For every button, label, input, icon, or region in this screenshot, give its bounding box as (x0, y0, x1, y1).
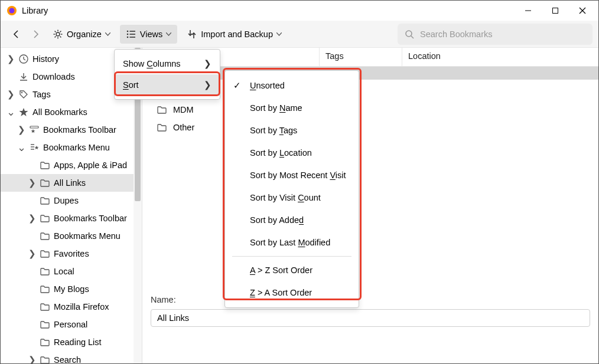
views-label: Views (140, 29, 162, 39)
svg-point-24 (21, 92, 22, 93)
sort-menu-item[interactable]: Sort by Last Modified (225, 231, 359, 254)
search-icon (405, 29, 414, 39)
twisty-icon[interactable]: ❯ (6, 54, 15, 64)
views-button[interactable]: Views (120, 25, 177, 44)
tree-item[interactable]: Reading List (1, 333, 142, 351)
twisty-icon[interactable]: ❯ (28, 355, 36, 363)
svg-line-13 (55, 36, 56, 37)
sort-menu-item[interactable]: Sort by Added (225, 209, 359, 231)
tree-item[interactable]: ❯All Links (1, 174, 142, 192)
sort-menu-item[interactable]: ✓Unsorted (225, 74, 359, 97)
tree-item[interactable]: ❯Search (1, 351, 142, 363)
folder-icon (40, 319, 50, 330)
sort-menu-item[interactable]: Sort by Location (225, 142, 359, 164)
tree-item-label: Favorites (54, 249, 89, 258)
search-input[interactable] (420, 29, 585, 39)
sort-menu-label: Sort by Tags (250, 126, 297, 135)
twisty-icon[interactable]: ❯ (28, 214, 36, 223)
svg-line-22 (411, 36, 414, 38)
folder-icon (157, 104, 167, 115)
twisty-icon[interactable]: ⌄ (17, 144, 25, 151)
svg-point-17 (127, 36, 129, 38)
tree-item-label: Bookmarks Toolbar (54, 214, 127, 223)
twisty-icon[interactable]: ❯ (28, 249, 36, 258)
folder-icon (40, 266, 50, 277)
sort-order-item[interactable]: Z > A Sort Order (225, 281, 359, 304)
toolbar: Organize Views Import and Backup (1, 21, 598, 48)
tree-item[interactable]: Personal (1, 316, 142, 333)
content-folder-row[interactable]: Local (157, 83, 598, 101)
folder-icon (40, 160, 50, 170)
tree-item[interactable]: ❯Bookmarks Toolbar (1, 209, 142, 227)
clock-icon (18, 54, 29, 64)
column-header-location[interactable]: Location (402, 48, 598, 66)
tree-item[interactable]: ❯Bookmarks Toolbar (1, 121, 142, 139)
window-minimize-button[interactable] (515, 2, 542, 19)
name-field-label: Name: (151, 295, 176, 304)
folder-label: MDM (173, 105, 194, 114)
sort-menu-label: Z > A Sort Order (250, 288, 312, 297)
tree-item-label: Reading List (54, 337, 102, 347)
sort-menu-label: Unsorted (250, 81, 285, 90)
twisty-icon[interactable]: ❯ (17, 125, 25, 135)
sort-menu-label: Sort by Name (250, 103, 302, 113)
content-folder-row[interactable]: MDM (157, 101, 598, 119)
tree-item[interactable]: Dupes (1, 192, 142, 209)
window-close-button[interactable] (569, 2, 596, 19)
tree-item[interactable]: My Blogs (1, 280, 142, 298)
tree-item[interactable]: Local (1, 263, 142, 280)
folder-icon (40, 355, 50, 363)
import-backup-button[interactable]: Import and Backup (181, 25, 288, 44)
column-header-tags[interactable]: Tags (320, 48, 402, 66)
sort-submenu: ✓UnsortedSort by NameSort by TagsSort by… (224, 70, 359, 308)
tree-item-label: All Bookmarks (32, 107, 87, 117)
tree-item[interactable]: ⌄Bookmarks Menu (1, 139, 142, 156)
sort-menu-label: A > Z Sort Order (250, 265, 312, 275)
tree-item[interactable]: Mozilla Firefox (1, 298, 142, 316)
tag-icon (18, 89, 29, 100)
svg-line-11 (55, 31, 56, 32)
svg-rect-3 (553, 8, 558, 14)
tree-item[interactable]: ❯Favorites (1, 245, 142, 263)
nav-forward-button[interactable] (28, 27, 43, 42)
tree-item-label: My Blogs (54, 284, 89, 294)
tree-item-label: Local (54, 267, 74, 276)
twisty-icon[interactable]: ⌄ (6, 109, 15, 116)
sort-menu-item[interactable]: Sort by Most Recent Visit (225, 164, 359, 186)
window-title: Library (22, 6, 515, 15)
twisty-icon[interactable]: ❯ (28, 178, 36, 188)
tree-item-label: All Links (54, 178, 86, 188)
tree-item-label: Dupes (54, 196, 79, 205)
organize-label: Organize (67, 29, 102, 39)
svg-point-21 (406, 31, 412, 37)
views-menu: Show Columns ❯ Sort ❯ (114, 49, 220, 100)
sort-menu-item[interactable]: Sort by Name (225, 97, 359, 119)
folder-icon (40, 301, 50, 312)
nav-back-button[interactable] (9, 27, 24, 42)
tree-item[interactable]: Bookmarks Menu (1, 227, 142, 245)
list-icon (126, 29, 136, 40)
svg-line-14 (60, 31, 61, 32)
content-folder-row[interactable]: Other (157, 119, 598, 136)
submenu-arrow-icon: ❯ (204, 59, 211, 68)
tree-item-label: Mozilla Firefox (54, 302, 109, 311)
name-field-input[interactable] (151, 309, 590, 327)
twisty-icon[interactable]: ❯ (6, 90, 15, 99)
sort-order-item[interactable]: A > Z Sort Order (225, 259, 359, 281)
menu-item-show-columns[interactable]: Show Columns ❯ (115, 53, 220, 74)
tree-item-label: Apps, Apple & iPad (54, 160, 127, 170)
tree-item-label: Tags (32, 90, 51, 99)
tree-item[interactable]: Apps, Apple & iPad (1, 156, 142, 174)
svg-point-1 (9, 8, 15, 14)
tree-item-label: Downloads (32, 72, 75, 81)
sort-menu-label: Sort by Location (250, 148, 312, 158)
window-maximize-button[interactable] (542, 2, 569, 19)
menu-item-sort[interactable]: Sort ❯ (115, 74, 220, 96)
firefox-icon (6, 5, 17, 16)
svg-rect-25 (30, 126, 38, 128)
sort-menu-label: Sort by Added (250, 215, 304, 225)
sort-menu-item[interactable]: Sort by Tags (225, 119, 359, 142)
tree-item[interactable]: ⌄All Bookmarks (1, 103, 142, 121)
sort-menu-item[interactable]: Sort by Visit Count (225, 186, 359, 209)
organize-button[interactable]: Organize (47, 25, 116, 44)
